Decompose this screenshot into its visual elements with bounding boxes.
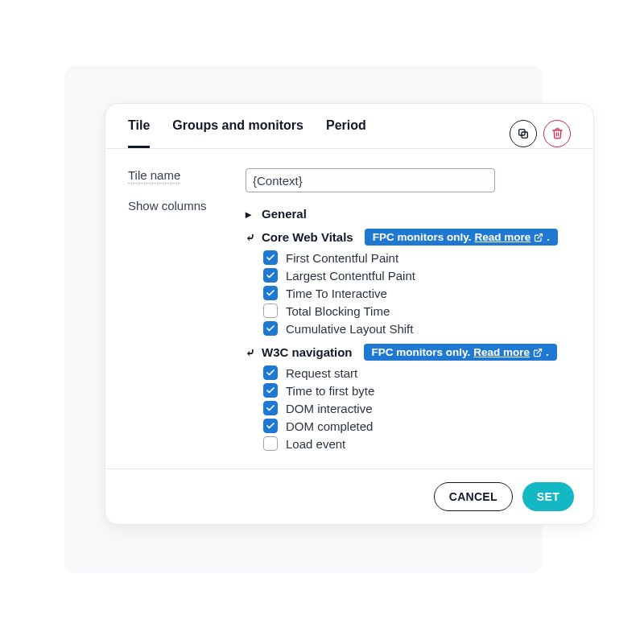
group-general-label: General [262,207,307,221]
show-columns-row: Show columns ▸ General ⤶ Core Web Vitals… [128,199,571,454]
opt-time-to-first-byte[interactable]: Time to first byte [263,383,571,398]
opt-load-event[interactable]: Load event [263,436,571,451]
checkbox-label: DOM interactive [286,402,373,415]
checkbox-label: First Contentful Paint [286,251,398,265]
cancel-button[interactable]: CANCEL [434,482,513,511]
opt-request-start[interactable]: Request start [263,365,571,380]
dialog-body: Tile name Show columns ▸ General ⤶ Core … [105,149,593,469]
columns-tree: ▸ General ⤶ Core Web Vitals FPC monitors… [246,199,571,454]
chevron-right-icon: ▸ [246,208,257,220]
read-more-link-w3c[interactable]: Read more [473,346,530,358]
checkbox-label: Largest Contentful Paint [286,269,415,283]
checkbox-icon [263,286,278,300]
checkbox-label: Request start [286,366,357,380]
external-link-icon [533,348,543,357]
checkbox-icon [263,419,278,433]
expand-down-icon: ⤶ [246,232,257,243]
group-cwv-label: Core Web Vitals [262,230,353,244]
dialog-header: Tile Groups and monitors Period [105,104,593,149]
checkbox-icon [263,303,278,318]
opt-dom-completed[interactable]: DOM completed [263,419,571,433]
external-link-icon [534,233,543,242]
fpc-badge-text: FPC monitors only. [373,231,472,243]
svg-line-3 [537,349,542,353]
tab-tile[interactable]: Tile [128,118,150,148]
group-general-header[interactable]: ▸ General [246,207,571,221]
opt-total-blocking-time[interactable]: Total Blocking Time [263,303,571,318]
group-w3c-label: W3C navigation [262,345,353,359]
svg-line-2 [538,233,543,238]
checkbox-label: Time To Interactive [286,287,387,300]
delete-button[interactable] [543,120,571,147]
opt-first-contentful-paint[interactable]: First Contentful Paint [263,250,571,265]
show-columns-label: Show columns [128,199,207,213]
copy-icon [517,127,530,140]
tab-period[interactable]: Period [326,118,366,148]
checkbox-icon [263,250,278,265]
checkbox-label: Cumulative Layout Shift [286,322,413,336]
trash-icon [551,127,564,139]
checkbox-icon [263,401,278,415]
checkbox-icon [263,321,278,336]
checkbox-icon [263,268,278,283]
expand-down-icon: ⤶ [246,347,257,358]
opt-cumulative-layout-shift[interactable]: Cumulative Layout Shift [263,321,571,336]
tile-name-label: Tile name [128,168,180,184]
opt-dom-interactive[interactable]: DOM interactive [263,401,571,415]
opt-largest-contentful-paint[interactable]: Largest Contentful Paint [263,268,571,283]
set-button[interactable]: SET [522,482,574,511]
read-more-link-cwv[interactable]: Read more [474,231,530,243]
checkbox-label: Total Blocking Time [286,304,390,318]
checkbox-icon [263,436,278,451]
checkbox-icon [263,365,278,380]
tile-name-row: Tile name [128,168,571,192]
checkbox-icon [263,383,278,398]
tile-settings-dialog: Tile Groups and monitors Period [105,103,594,525]
group-core-web-vitals-header[interactable]: ⤶ Core Web Vitals FPC monitors only. Rea… [246,229,571,246]
tile-name-input[interactable] [246,168,495,192]
fpc-badge-w3c: FPC monitors only. Read more . [364,344,557,361]
checkbox-label: Time to first byte [286,384,374,398]
duplicate-button[interactable] [510,120,537,147]
dialog-footer: CANCEL SET [105,469,593,524]
fpc-badge-cwv: FPC monitors only. Read more . [365,229,558,246]
tab-groups-monitors[interactable]: Groups and monitors [172,118,303,148]
opt-time-to-interactive[interactable]: Time To Interactive [263,286,571,300]
tabs: Tile Groups and monitors Period [128,118,503,148]
checkbox-label: DOM completed [286,419,373,433]
group-w3c-navigation-header[interactable]: ⤶ W3C navigation FPC monitors only. Read… [246,344,571,361]
checkbox-label: Load event [286,437,345,451]
fpc-badge-text: FPC monitors only. [372,346,471,358]
